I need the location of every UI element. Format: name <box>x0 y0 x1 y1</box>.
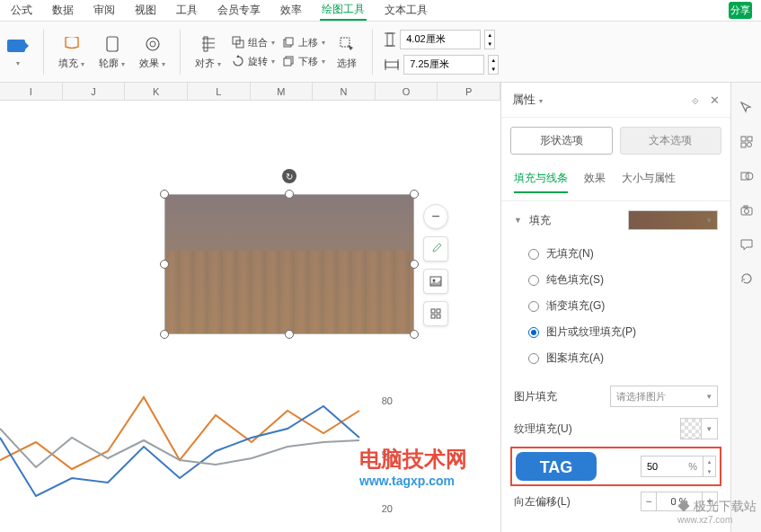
group-icon <box>232 36 244 49</box>
pic-fill-select[interactable]: 请选择图片 <box>610 386 718 407</box>
move-up-icon <box>282 36 295 49</box>
resize-handle[interactable] <box>410 190 419 199</box>
group-button[interactable]: 组合▾ <box>232 36 275 49</box>
resize-handle[interactable] <box>410 330 419 339</box>
width-spinner[interactable]: ▲▼ <box>488 55 499 75</box>
width-field[interactable]: 7.25厘米 <box>403 55 484 75</box>
pin-icon[interactable]: ⟐ <box>692 93 699 107</box>
move-down-button[interactable]: 下移▾ <box>282 55 325 68</box>
transparency-spinner[interactable]: ▲▼ <box>703 456 716 477</box>
col-header[interactable]: L <box>188 83 251 100</box>
fill-swatch-dropdown[interactable] <box>628 210 718 230</box>
tab-shape-option[interactable]: 形状选项 <box>510 127 613 155</box>
align-button[interactable]: 对齐 ▾ <box>191 33 225 70</box>
offset-left-label: 向左偏移(L) <box>514 494 571 510</box>
format-button[interactable]: ▾ <box>4 36 32 67</box>
tab-member[interactable]: 会员专享 <box>216 1 262 20</box>
radio-solid-fill[interactable]: 纯色填充(S) <box>528 267 718 293</box>
outline-button[interactable]: 轮廓 ▾ <box>95 33 128 70</box>
refresh-icon[interactable] <box>738 270 756 288</box>
col-header[interactable]: O <box>376 83 438 100</box>
shape-icon[interactable] <box>738 167 756 185</box>
texture-label: 纹理填充(U) <box>514 421 586 437</box>
resize-handle[interactable] <box>285 190 294 199</box>
camera-icon[interactable] <box>738 201 756 219</box>
close-icon[interactable]: ✕ <box>710 93 720 107</box>
resize-handle[interactable] <box>410 260 419 269</box>
resize-handle[interactable] <box>160 330 169 339</box>
tab-formula[interactable]: 公式 <box>9 1 34 20</box>
col-header[interactable]: K <box>125 83 188 100</box>
radio-gradient-fill[interactable]: 渐变填充(G) <box>528 293 718 319</box>
resize-handle[interactable] <box>285 330 294 339</box>
align-icon <box>198 33 219 55</box>
col-header[interactable]: I <box>0 83 63 100</box>
rotate-handle[interactable]: ↻ <box>282 169 296 183</box>
transparency-input[interactable]: 50% <box>641 456 703 477</box>
col-header[interactable]: P <box>438 83 500 100</box>
svg-rect-30 <box>744 206 748 208</box>
rotate-button[interactable]: 旋转▾ <box>232 55 275 68</box>
eyedropper-button[interactable] <box>423 236 448 262</box>
col-header[interactable]: N <box>313 83 376 100</box>
height-icon <box>384 31 396 48</box>
properties-panel: 属性 ▾ ⟐ ✕ 形状选项 文本选项 填充与线条 效果 大小与属性 ▼ 填充 无… <box>500 83 730 532</box>
stepper-minus[interactable]: − <box>641 492 657 511</box>
col-header[interactable]: J <box>63 83 126 100</box>
height-input-row: 4.02厘米 ▲▼ <box>384 30 499 49</box>
panel-title: 属性 ▾ <box>512 92 543 108</box>
grid-area[interactable]: ↻ − 80 50 20 <box>0 101 500 532</box>
right-rail <box>730 83 761 532</box>
svg-point-3 <box>150 41 155 47</box>
svg-rect-0 <box>7 40 25 52</box>
texture-swatch[interactable] <box>680 418 702 439</box>
resize-handle[interactable] <box>160 260 169 269</box>
chart[interactable]: 80 50 20 <box>0 388 500 532</box>
grid-button[interactable] <box>423 301 448 326</box>
chat-icon[interactable] <box>738 235 756 253</box>
zoom-out-button[interactable]: − <box>423 204 448 229</box>
picture-button[interactable] <box>423 269 448 294</box>
height-spinner[interactable]: ▲▼ <box>484 30 495 49</box>
tab-data[interactable]: 数据 <box>50 1 75 20</box>
width-icon <box>384 58 400 71</box>
pic-fill-label: 图片填充 <box>514 389 586 404</box>
radio-pattern-fill[interactable]: 图案填充(A) <box>528 345 718 371</box>
ribbon: ▾ 填充 ▾ 轮廓 ▾ 效果 ▾ 对齐 ▾ 组合▾ 旋转▾ 上移▾ 下移▾ 选择… <box>0 22 761 83</box>
subtab-size[interactable]: 大小与属性 <box>622 171 676 193</box>
select-button[interactable]: 选择 <box>332 33 361 70</box>
share-button[interactable]: 分享 <box>729 2 752 19</box>
cursor-icon[interactable] <box>738 99 756 117</box>
fill-button[interactable]: 填充 ▾ <box>55 33 88 70</box>
rotate-icon <box>232 55 244 67</box>
tab-efficiency[interactable]: 效率 <box>279 1 304 20</box>
radio-picture-fill[interactable]: 图片或纹理填充(P) <box>528 319 718 345</box>
tab-text-tools[interactable]: 文本工具 <box>383 1 429 20</box>
subtab-fill-line[interactable]: 填充与线条 <box>514 171 568 193</box>
svg-rect-24 <box>741 143 746 147</box>
tab-drawing-tools[interactable]: 绘图工具 <box>320 0 367 21</box>
resize-handle[interactable] <box>160 190 169 199</box>
collapse-arrow-icon[interactable]: ▼ <box>514 216 522 225</box>
svg-rect-10 <box>284 58 291 66</box>
selected-shape[interactable]: ↻ <box>164 194 414 334</box>
select-icon <box>336 33 358 55</box>
top-tabs: 公式 数据 审阅 视图 工具 会员专享 效率 绘图工具 文本工具 分享 <box>0 0 761 22</box>
tab-view[interactable]: 视图 <box>133 1 158 20</box>
watermark: ◆ 极光下载站 www.xz7.com <box>677 499 757 525</box>
effects-button[interactable]: 效果 ▾ <box>136 33 169 70</box>
tab-review[interactable]: 审阅 <box>92 1 117 20</box>
settings-icon[interactable] <box>738 133 756 151</box>
move-up-button[interactable]: 上移▾ <box>282 36 325 49</box>
texture-dropdown[interactable]: ▾ <box>701 418 718 439</box>
svg-rect-1 <box>107 37 118 51</box>
height-field[interactable]: 4.02厘米 <box>400 30 481 49</box>
subtab-effects[interactable]: 效果 <box>584 171 606 193</box>
column-headers: I J K L M N O P <box>0 83 500 101</box>
tab-text-option[interactable]: 文本选项 <box>620 127 722 155</box>
svg-text:TAG: TAG <box>540 458 573 476</box>
move-down-icon <box>282 55 295 67</box>
col-header[interactable]: M <box>251 83 314 100</box>
tab-tools[interactable]: 工具 <box>174 1 199 20</box>
radio-no-fill[interactable]: 无填充(N) <box>528 241 718 267</box>
